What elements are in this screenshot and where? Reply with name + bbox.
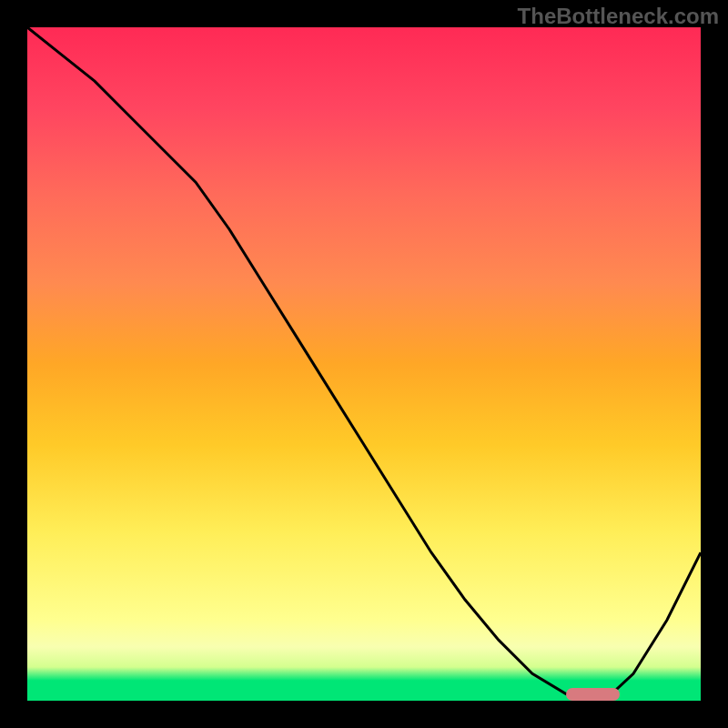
chart-area bbox=[27, 27, 701, 701]
optimal-marker bbox=[566, 688, 620, 701]
chart-line bbox=[27, 27, 701, 701]
watermark-text: TheBottleneck.com bbox=[518, 4, 719, 29]
